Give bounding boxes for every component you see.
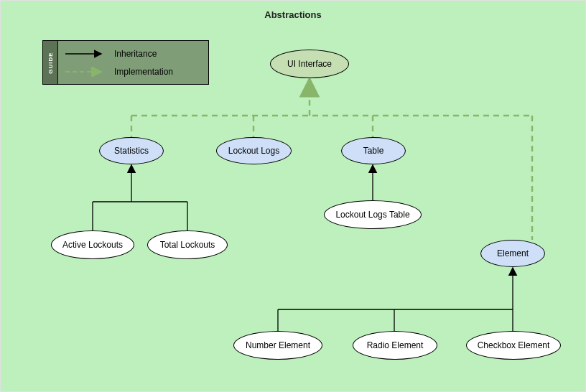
diagram-title: Abstractions	[1, 9, 585, 20]
node-checkbox-element: Checkbox Element	[466, 331, 561, 360]
legend-implementation-label: Implementation	[114, 67, 173, 77]
node-element: Element	[480, 240, 545, 267]
node-active-lockouts: Active Lockouts	[51, 230, 134, 259]
node-statistics: Statistics	[99, 137, 164, 164]
legend-tab: GUIDE	[43, 41, 58, 84]
node-ui-interface: UI Interface	[270, 50, 349, 78]
node-lockout-logs-table: Lockout Logs Table	[324, 200, 422, 229]
legend-row-inheritance: Inheritance	[64, 45, 203, 62]
legend-tab-label: GUIDE	[47, 52, 54, 73]
solid-arrow-icon	[64, 49, 106, 59]
node-table: Table	[341, 137, 406, 164]
node-lockout-logs: Lockout Logs	[216, 137, 292, 164]
legend-body: Inheritance Implementation	[58, 41, 208, 84]
node-radio-element: Radio Element	[353, 331, 437, 360]
legend: GUIDE Inheritance Implementation	[42, 40, 209, 85]
legend-inheritance-label: Inheritance	[114, 49, 157, 59]
legend-row-implementation: Implementation	[64, 63, 203, 80]
node-number-element: Number Element	[233, 331, 322, 360]
node-total-lockouts: Total Lockouts	[147, 230, 228, 259]
dashed-arrow-icon	[64, 67, 106, 77]
